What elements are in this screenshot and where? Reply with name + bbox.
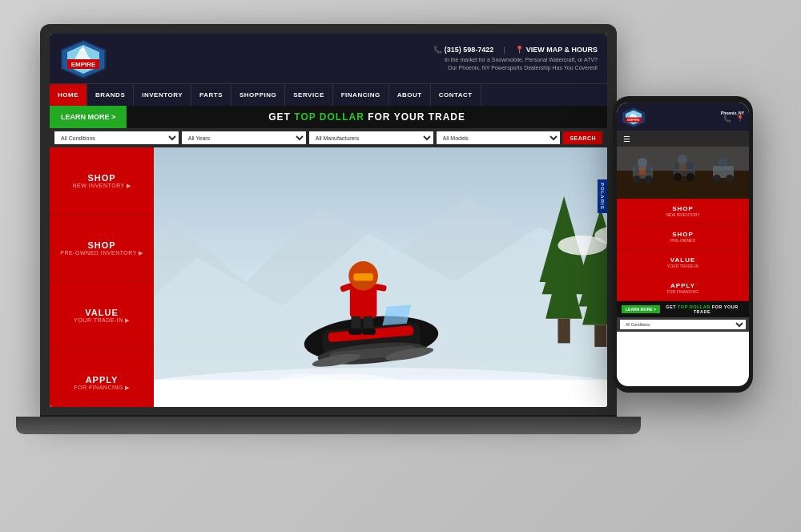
sidebar-actions: SHOP NEW INVENTORY ▶ SHOP PRE-OWNED INVE…	[50, 147, 154, 407]
phone-shop-new-button[interactable]: SHOP NEW INVENTORY	[617, 199, 749, 224]
main-content: SHOP NEW INVENTORY ▶ SHOP PRE-OWNED INVE…	[50, 147, 607, 407]
search-button[interactable]: SEARCH	[563, 131, 602, 144]
svg-point-64	[713, 175, 721, 183]
svg-text:EMPIRE: EMPIRE	[627, 118, 640, 122]
banner-highlight: TOP DOLLAR	[294, 111, 364, 123]
shop-new-title: SHOP	[87, 173, 115, 183]
map-hours-link[interactable]: 📍 VIEW MAP & HOURS	[515, 46, 598, 54]
value-sub: YOUR TRADE-IN ▶	[74, 317, 130, 324]
phone-shop-preowned-button[interactable]: SHOP PRE-OWNED	[617, 224, 749, 250]
header-contact: 📞 (315) 598-7422 | 📍 VIEW MAP & HOURS In…	[433, 46, 598, 72]
hamburger-icon[interactable]: ☰	[623, 135, 630, 143]
laptop: EMPIRE 📞 (315) 598-7422 | 📍	[40, 24, 625, 489]
header-top-row: 📞 (315) 598-7422 | 📍 VIEW MAP & HOURS	[433, 46, 598, 54]
phone-header: EMPIRE Phoenix, NY 📞 📍	[617, 103, 749, 131]
hero-scene-svg	[154, 147, 607, 407]
phone-banner: LEARN MORE > GET TOP DOLLAR FOR YOUR TRA…	[617, 301, 749, 317]
nav-brands[interactable]: BRANDS	[87, 84, 134, 106]
shop-preowned-button[interactable]: SHOP PRE-OWNED INVENTORY ▶	[50, 215, 154, 282]
phone-apply-title: APPLY	[620, 282, 746, 289]
phone-shop-new-title: SHOP	[620, 205, 746, 212]
svg-point-43	[271, 374, 344, 399]
phone-banner-highlight: TOP DOLLAR	[678, 304, 710, 309]
nav-financing[interactable]: FINANCING	[333, 84, 389, 106]
phone-hero-svg	[617, 147, 749, 199]
phone-action-buttons: SHOP NEW INVENTORY SHOP PRE-OWNED VALUE …	[617, 199, 749, 301]
conditions-select[interactable]: All Conditions	[54, 131, 179, 144]
phone-number[interactable]: 📞 (315) 598-7422	[433, 46, 494, 54]
value-tradein-button[interactable]: VALUE YOUR TRADE-IN ▶	[50, 282, 154, 349]
phone-icons: 📞 📍	[723, 115, 744, 123]
nav-shopping[interactable]: SHOPPING	[231, 84, 285, 106]
svg-rect-15	[557, 319, 570, 344]
divider: |	[503, 46, 505, 54]
nav-contact[interactable]: CONTACT	[431, 84, 481, 106]
pin-icon: 📍	[515, 46, 524, 54]
phone-logo: EMPIRE	[622, 106, 646, 128]
manufacturers-select[interactable]: All Manufacturers	[309, 131, 433, 144]
apply-financing-button[interactable]: APPLY FOR FINANCING ▶	[50, 349, 154, 407]
phone-call-icon[interactable]: 📞	[723, 115, 731, 123]
phone-shop-preowned-sub: PRE-OWNED	[620, 238, 746, 243]
site-logo: EMPIRE	[59, 38, 107, 79]
phone-value-sub: YOUR TRADE-IN	[620, 264, 746, 268]
svg-rect-40	[348, 328, 362, 335]
scene: EMPIRE 📞 (315) 598-7422 | 📍	[0, 0, 801, 532]
phone-apply-sub: FOR FINANCING	[620, 289, 746, 294]
laptop-base	[16, 417, 641, 434]
apply-sub: FOR FINANCING ▶	[74, 385, 130, 391]
phone-banner-text: GET TOP DOLLAR FOR YOUR TRADE	[660, 304, 744, 314]
phone-apply-button[interactable]: APPLY FOR FINANCING	[617, 276, 749, 301]
phone-screen: EMPIRE Phoenix, NY 📞 📍 ☰	[617, 103, 749, 386]
phone-shop-new-sub: NEW INVENTORY	[620, 212, 746, 217]
nav-about[interactable]: ABOUT	[389, 84, 431, 106]
value-title: VALUE	[85, 308, 118, 317]
phone-pin-icon[interactable]: 📍	[736, 115, 744, 123]
logo-svg: EMPIRE	[59, 38, 107, 79]
phone-value-button[interactable]: VALUE YOUR TRADE-IN	[617, 250, 749, 276]
phone-icon: 📞	[433, 46, 442, 54]
shop-preowned-sub: PRE-OWNED INVENTORY ▶	[60, 250, 143, 256]
nav-service[interactable]: SERVICE	[285, 84, 332, 106]
polaris-tab[interactable]: POLARIS	[598, 179, 607, 213]
shop-preowned-title: SHOP	[87, 240, 115, 250]
phone-shop-preowned-title: SHOP	[620, 231, 746, 238]
phone-value-title: VALUE	[620, 256, 746, 264]
svg-point-60	[686, 173, 694, 181]
laptop-screen: EMPIRE 📞 (315) 598-7422 | 📍	[50, 34, 607, 407]
apply-title: APPLY	[86, 375, 119, 385]
svg-point-54	[645, 175, 653, 183]
nav-parts[interactable]: PARTS	[191, 84, 231, 106]
header-tagline: In the market for a Snowmobile, Personal…	[445, 56, 598, 72]
models-select[interactable]: All Models	[437, 131, 561, 144]
svg-text:EMPIRE: EMPIRE	[71, 61, 96, 68]
phone-search-bar: All Conditions	[617, 317, 749, 332]
nav-home[interactable]: HOME	[50, 84, 87, 106]
phone-hero-image	[617, 147, 749, 199]
svg-point-65	[726, 175, 734, 183]
svg-rect-19	[594, 324, 606, 346]
search-bar: All Conditions All Years All Manufacture…	[50, 128, 607, 147]
svg-point-53	[633, 175, 641, 183]
hero-image-area: POLARIS BACK TO TOP ▲	[154, 147, 607, 407]
hero-banner: LEARN MORE > GET TOP DOLLAR FOR YOUR TRA…	[50, 106, 607, 128]
phone-nav-bar: ☰	[617, 131, 749, 147]
site-header: EMPIRE 📞 (315) 598-7422 | 📍	[50, 34, 607, 83]
learn-more-button[interactable]: LEARN MORE >	[50, 106, 127, 128]
phone: EMPIRE Phoenix, NY 📞 📍 ☰	[613, 96, 753, 393]
svg-rect-41	[362, 328, 376, 335]
phone-contact-info: Phoenix, NY 📞 📍	[721, 111, 744, 123]
svg-point-59	[674, 173, 682, 181]
phone-conditions-select[interactable]: All Conditions	[620, 320, 746, 329]
banner-text: GET TOP DOLLAR FOR YOUR TRADE	[127, 111, 607, 123]
svg-rect-67	[617, 147, 749, 171]
shop-new-button[interactable]: SHOP NEW INVENTORY ▶	[50, 147, 154, 215]
nav-inventory[interactable]: INVENTORY	[134, 84, 191, 106]
shop-new-sub: NEW INVENTORY ▶	[72, 183, 131, 189]
laptop-body: EMPIRE 📞 (315) 598-7422 | 📍	[40, 24, 617, 417]
years-select[interactable]: All Years	[182, 131, 306, 144]
svg-rect-35	[353, 273, 372, 280]
site-nav: HOME BRANDS INVENTORY PARTS SHOPPING SER…	[50, 83, 607, 106]
phone-learn-more-btn[interactable]: LEARN MORE >	[622, 305, 660, 313]
